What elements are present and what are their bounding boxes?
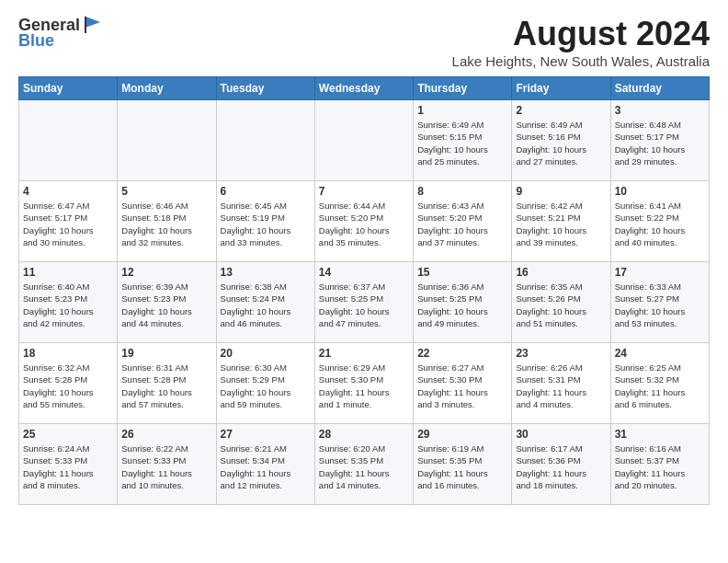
calendar-cell: 21Sunrise: 6:29 AM Sunset: 5:30 PM Dayli… xyxy=(314,343,413,424)
calendar-cell: 11Sunrise: 6:40 AM Sunset: 5:23 PM Dayli… xyxy=(19,262,118,343)
day-info: Sunrise: 6:47 AM Sunset: 5:17 PM Dayligh… xyxy=(23,200,113,248)
logo-blue-text: Blue xyxy=(18,31,54,51)
month-title: August 2024 xyxy=(452,15,710,53)
logo: General Blue xyxy=(18,15,102,51)
calendar-cell: 28Sunrise: 6:20 AM Sunset: 5:35 PM Dayli… xyxy=(314,424,413,505)
day-info: Sunrise: 6:39 AM Sunset: 5:23 PM Dayligh… xyxy=(121,281,211,329)
calendar-cell xyxy=(314,100,413,181)
day-number: 12 xyxy=(121,266,211,279)
calendar-cell: 15Sunrise: 6:36 AM Sunset: 5:25 PM Dayli… xyxy=(414,262,512,343)
day-number: 19 xyxy=(121,347,211,360)
day-number: 6 xyxy=(221,185,311,198)
calendar-cell: 22Sunrise: 6:27 AM Sunset: 5:30 PM Dayli… xyxy=(414,343,512,424)
calendar-cell: 12Sunrise: 6:39 AM Sunset: 5:23 PM Dayli… xyxy=(118,262,216,343)
day-number: 16 xyxy=(516,266,606,279)
calendar-cell: 4Sunrise: 6:47 AM Sunset: 5:17 PM Daylig… xyxy=(19,181,118,262)
day-info: Sunrise: 6:46 AM Sunset: 5:18 PM Dayligh… xyxy=(121,200,211,248)
calendar-cell: 7Sunrise: 6:44 AM Sunset: 5:20 PM Daylig… xyxy=(314,181,413,262)
day-info: Sunrise: 6:17 AM Sunset: 5:36 PM Dayligh… xyxy=(516,442,606,491)
logo-flag-icon xyxy=(82,15,102,35)
calendar-table: SundayMondayTuesdayWednesdayThursdayFrid… xyxy=(18,76,710,505)
day-number: 17 xyxy=(615,266,705,279)
page-header: General Blue August 2024 Lake Heights, N… xyxy=(18,15,710,69)
day-info: Sunrise: 6:37 AM Sunset: 5:25 PM Dayligh… xyxy=(319,281,409,329)
calendar-week-row: 25Sunrise: 6:24 AM Sunset: 5:33 PM Dayli… xyxy=(19,424,710,505)
calendar-cell: 29Sunrise: 6:19 AM Sunset: 5:35 PM Dayli… xyxy=(414,424,512,505)
day-info: Sunrise: 6:35 AM Sunset: 5:26 PM Dayligh… xyxy=(516,281,606,329)
day-info: Sunrise: 6:40 AM Sunset: 5:23 PM Dayligh… xyxy=(23,281,113,329)
day-info: Sunrise: 6:42 AM Sunset: 5:21 PM Dayligh… xyxy=(516,200,606,248)
day-info: Sunrise: 6:49 AM Sunset: 5:16 PM Dayligh… xyxy=(516,119,606,167)
day-info: Sunrise: 6:41 AM Sunset: 5:22 PM Dayligh… xyxy=(615,200,705,248)
day-number: 21 xyxy=(319,347,409,360)
day-number: 29 xyxy=(417,428,507,441)
day-info: Sunrise: 6:30 AM Sunset: 5:29 PM Dayligh… xyxy=(221,362,311,410)
calendar-cell xyxy=(19,100,118,181)
day-info: Sunrise: 6:44 AM Sunset: 5:20 PM Dayligh… xyxy=(319,200,409,248)
day-info: Sunrise: 6:22 AM Sunset: 5:33 PM Dayligh… xyxy=(121,442,211,491)
day-number: 4 xyxy=(23,185,113,198)
day-number: 8 xyxy=(417,185,507,198)
location-title: Lake Heights, New South Wales, Australia xyxy=(452,53,710,69)
day-info: Sunrise: 6:24 AM Sunset: 5:33 PM Dayligh… xyxy=(23,442,113,491)
day-info: Sunrise: 6:29 AM Sunset: 5:30 PM Dayligh… xyxy=(319,362,409,410)
day-info: Sunrise: 6:21 AM Sunset: 5:34 PM Dayligh… xyxy=(221,442,311,491)
calendar-cell: 23Sunrise: 6:26 AM Sunset: 5:31 PM Dayli… xyxy=(512,343,610,424)
calendar-cell: 26Sunrise: 6:22 AM Sunset: 5:33 PM Dayli… xyxy=(118,424,216,505)
day-number: 7 xyxy=(319,185,409,198)
day-info: Sunrise: 6:25 AM Sunset: 5:32 PM Dayligh… xyxy=(615,362,705,410)
calendar-cell: 6Sunrise: 6:45 AM Sunset: 5:19 PM Daylig… xyxy=(216,181,314,262)
header-saturday: Saturday xyxy=(610,77,709,100)
day-info: Sunrise: 6:48 AM Sunset: 5:17 PM Dayligh… xyxy=(615,119,705,167)
calendar-cell: 17Sunrise: 6:33 AM Sunset: 5:27 PM Dayli… xyxy=(610,262,709,343)
svg-marker-0 xyxy=(85,17,100,28)
day-number: 13 xyxy=(221,266,311,279)
calendar-cell: 16Sunrise: 6:35 AM Sunset: 5:26 PM Dayli… xyxy=(512,262,610,343)
day-number: 11 xyxy=(23,266,113,279)
calendar-week-row: 18Sunrise: 6:32 AM Sunset: 5:28 PM Dayli… xyxy=(19,343,710,424)
day-info: Sunrise: 6:31 AM Sunset: 5:28 PM Dayligh… xyxy=(121,362,211,410)
day-info: Sunrise: 6:26 AM Sunset: 5:31 PM Dayligh… xyxy=(516,362,606,410)
calendar-cell: 18Sunrise: 6:32 AM Sunset: 5:28 PM Dayli… xyxy=(19,343,118,424)
calendar-cell: 9Sunrise: 6:42 AM Sunset: 5:21 PM Daylig… xyxy=(512,181,610,262)
calendar-cell xyxy=(216,100,314,181)
title-block: August 2024 Lake Heights, New South Wale… xyxy=(452,15,710,69)
day-number: 28 xyxy=(319,428,409,441)
day-info: Sunrise: 6:49 AM Sunset: 5:15 PM Dayligh… xyxy=(417,119,507,167)
svg-rect-1 xyxy=(85,17,86,33)
calendar-week-row: 4Sunrise: 6:47 AM Sunset: 5:17 PM Daylig… xyxy=(19,181,710,262)
day-info: Sunrise: 6:16 AM Sunset: 5:37 PM Dayligh… xyxy=(615,442,705,491)
calendar-cell xyxy=(118,100,216,181)
day-info: Sunrise: 6:45 AM Sunset: 5:19 PM Dayligh… xyxy=(221,200,311,248)
header-tuesday: Tuesday xyxy=(216,77,314,100)
header-thursday: Thursday xyxy=(414,77,512,100)
day-number: 2 xyxy=(516,104,606,117)
day-number: 10 xyxy=(615,185,705,198)
calendar-week-row: 1Sunrise: 6:49 AM Sunset: 5:15 PM Daylig… xyxy=(19,100,710,181)
calendar-cell: 10Sunrise: 6:41 AM Sunset: 5:22 PM Dayli… xyxy=(610,181,709,262)
day-number: 18 xyxy=(23,347,113,360)
day-number: 14 xyxy=(319,266,409,279)
day-info: Sunrise: 6:19 AM Sunset: 5:35 PM Dayligh… xyxy=(417,442,507,491)
calendar-cell: 1Sunrise: 6:49 AM Sunset: 5:15 PM Daylig… xyxy=(414,100,512,181)
day-number: 20 xyxy=(221,347,311,360)
day-info: Sunrise: 6:43 AM Sunset: 5:20 PM Dayligh… xyxy=(417,200,507,248)
day-info: Sunrise: 6:27 AM Sunset: 5:30 PM Dayligh… xyxy=(417,362,507,410)
day-number: 31 xyxy=(615,428,705,441)
calendar-week-row: 11Sunrise: 6:40 AM Sunset: 5:23 PM Dayli… xyxy=(19,262,710,343)
day-number: 24 xyxy=(615,347,705,360)
day-info: Sunrise: 6:20 AM Sunset: 5:35 PM Dayligh… xyxy=(319,442,409,491)
header-monday: Monday xyxy=(118,77,216,100)
day-number: 23 xyxy=(516,347,606,360)
day-info: Sunrise: 6:32 AM Sunset: 5:28 PM Dayligh… xyxy=(23,362,113,410)
calendar-header-row: SundayMondayTuesdayWednesdayThursdayFrid… xyxy=(19,77,710,100)
calendar-cell: 5Sunrise: 6:46 AM Sunset: 5:18 PM Daylig… xyxy=(118,181,216,262)
day-info: Sunrise: 6:38 AM Sunset: 5:24 PM Dayligh… xyxy=(221,281,311,329)
calendar-cell: 8Sunrise: 6:43 AM Sunset: 5:20 PM Daylig… xyxy=(414,181,512,262)
day-info: Sunrise: 6:33 AM Sunset: 5:27 PM Dayligh… xyxy=(615,281,705,329)
header-wednesday: Wednesday xyxy=(314,77,413,100)
day-number: 9 xyxy=(516,185,606,198)
calendar-cell: 20Sunrise: 6:30 AM Sunset: 5:29 PM Dayli… xyxy=(216,343,314,424)
calendar-cell: 31Sunrise: 6:16 AM Sunset: 5:37 PM Dayli… xyxy=(610,424,709,505)
day-number: 25 xyxy=(23,428,113,441)
